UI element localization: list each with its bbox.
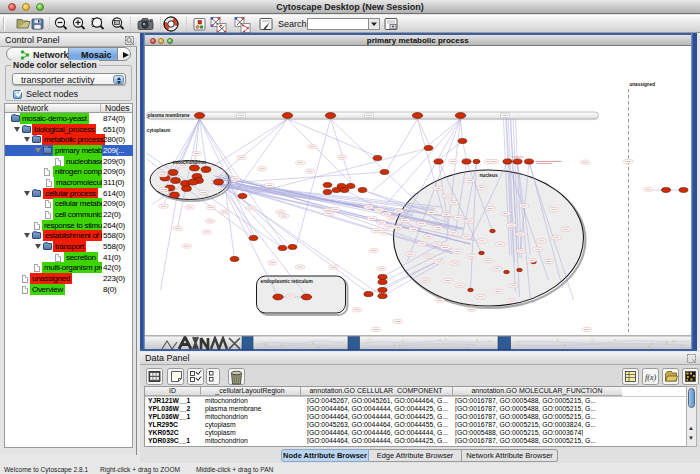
svg-text:endoplasmic reticulum: endoplasmic reticulum — [260, 279, 312, 284]
svg-text:cytoplasm: cytoplasm — [146, 128, 170, 133]
svg-text:Search:: Search: — [278, 19, 309, 29]
svg-text:nucleus: nucleus — [479, 173, 497, 178]
svg-text:unassigned: unassigned — [629, 82, 655, 87]
svg-text:f(x): f(x) — [645, 373, 656, 382]
svg-text:mitochondrion: mitochondrion — [172, 160, 206, 165]
svg-text:plasma membrane: plasma membrane — [147, 113, 189, 118]
